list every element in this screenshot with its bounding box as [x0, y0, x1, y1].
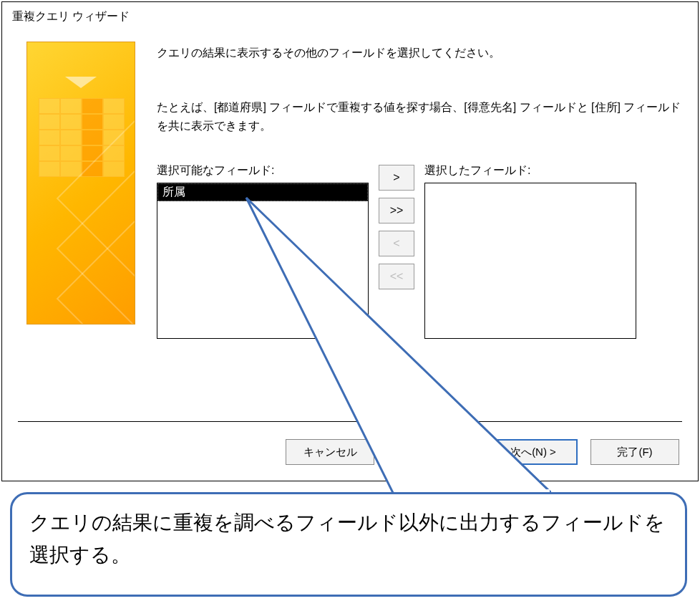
cancel-button[interactable]: キャンセル	[286, 439, 374, 465]
footer-separator	[18, 421, 682, 422]
dialog-title: 重複クエリ ウィザード	[2, 2, 698, 32]
duplicate-query-wizard-dialog: 重複クエリ ウィザード クエリの結果に表示するその他のフィールドを選択してくださ…	[1, 1, 699, 481]
callout-text: クエリの結果に重複を調べるフィールド以外に出力するフィールドを選択する。	[29, 511, 665, 566]
next-button[interactable]: 次へ(N) >	[489, 439, 578, 465]
selected-fields-listbox[interactable]	[424, 183, 636, 339]
move-buttons-column: > >> < <<	[379, 165, 414, 289]
dialog-content: クエリの結果に表示するその他のフィールドを選択してください。 たとえば、[都道府…	[2, 32, 698, 404]
dialog-footer: キャンセル < 戻る(B) 次へ(N) > 完了(F)	[286, 439, 679, 465]
wizard-sidebar-graphic	[26, 42, 135, 324]
main-panel: クエリの結果に表示するその他のフィールドを選択してください。 たとえば、[都道府…	[157, 42, 682, 404]
finish-button[interactable]: 完了(F)	[590, 439, 679, 465]
add-one-button[interactable]: >	[379, 165, 414, 191]
selected-fields-label: 選択したフィールド:	[424, 163, 636, 178]
available-fields-column: 選択可能なフィールド: 所属	[157, 163, 369, 339]
field-selector-row: 選択可能なフィールド: 所属 > >> < << 選択したフィールド:	[157, 163, 682, 339]
selected-fields-column: 選択したフィールド:	[424, 163, 636, 339]
available-fields-label: 選択可能なフィールド:	[157, 163, 369, 178]
triangle-icon	[65, 77, 97, 88]
back-button[interactable]: < 戻る(B)	[387, 439, 476, 465]
remove-all-button[interactable]: <<	[379, 264, 414, 289]
add-all-button[interactable]: >>	[379, 198, 414, 223]
instruction-text-2: たとえば、[都道府県] フィールドで重複する値を探す場合、[得意先名] フィール…	[157, 98, 682, 135]
instruction-text-1: クエリの結果に表示するその他のフィールドを選択してください。	[157, 46, 682, 61]
remove-one-button[interactable]: <	[379, 231, 414, 256]
annotation-callout: クエリの結果に重複を調べるフィールド以外に出力するフィールドを選択する。	[10, 492, 687, 597]
available-fields-listbox[interactable]: 所属	[157, 183, 369, 339]
list-item[interactable]: 所属	[157, 183, 368, 201]
